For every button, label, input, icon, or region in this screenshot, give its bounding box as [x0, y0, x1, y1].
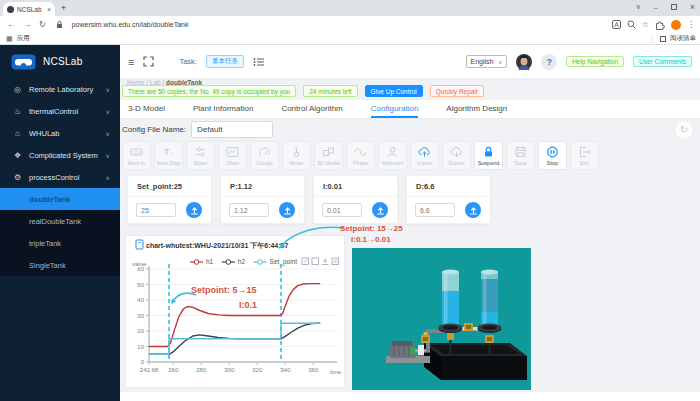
browser-tabstrip: NCSLab × + ∨ – × [0, 0, 700, 16]
help-button[interactable]: ? [541, 54, 557, 70]
window-controls: ∨ – × [636, 2, 695, 12]
param-upload-button[interactable] [372, 202, 388, 218]
import-button[interactable]: Import [410, 141, 439, 170]
toolbox-restore-icon [312, 258, 319, 265]
task-list-icon[interactable] [253, 57, 265, 67]
config-file-name-input[interactable] [191, 121, 273, 138]
bookmarks-bar: ▦ 应用 │ 阅读清单 [0, 33, 700, 45]
sidebar-item-processcontrol[interactable]: ⚙processControl∧ [0, 166, 120, 188]
sidebar-item-thermalcontrol[interactable]: ♨thermalControl∨ [0, 100, 120, 122]
chrome-chevron-icon[interactable]: ∨ [636, 3, 641, 11]
tab-algorithm-design[interactable]: Algorithm Design [446, 100, 507, 118]
refresh-icon[interactable]: ↻ [674, 120, 694, 140]
sidebar-subitem-singletank[interactable]: SingleTank [0, 254, 120, 276]
reload-icon[interactable]: ↻ [39, 20, 46, 29]
param-input[interactable] [136, 203, 176, 217]
sidebar-subitem-doubletank[interactable]: doubleTank [0, 188, 120, 210]
reading-list-button[interactable]: │ 阅读清单 [650, 34, 696, 43]
toolbar-button-label: Phase [353, 160, 369, 166]
brand[interactable]: NCSLab [0, 45, 120, 78]
upload-icon [283, 206, 292, 215]
task-badge[interactable]: 基本任务 [206, 55, 244, 68]
valve-under-left-tank [447, 333, 454, 340]
svg-text:242.68: 242.68 [140, 367, 159, 373]
tab-configuration[interactable]: Configuration [371, 100, 419, 118]
address-bar: ← → ↻ powersim.whu.edu.cn/lab/doubleTank… [0, 16, 700, 33]
ncslab-logo-icon [11, 54, 36, 70]
window-maximize-button[interactable] [671, 4, 677, 10]
sidebar: NCSLab ◎Remote Laboratory∨♨thermalContro… [0, 45, 120, 401]
language-value: English [471, 58, 494, 65]
translate-icon[interactable]: A [612, 20, 621, 29]
help-navigation-button[interactable]: Help Navigation [566, 56, 624, 67]
param-input[interactable] [415, 203, 455, 217]
sidebar-item-remote-laboratory[interactable]: ◎Remote Laboratory∨ [0, 78, 120, 100]
param-input[interactable] [322, 203, 362, 217]
sidebar-item-complicated-system[interactable]: ❖Complicated System∨ [0, 144, 120, 166]
apps-shortcut[interactable]: ▦ 应用 [6, 34, 30, 43]
svg-text:0: 0 [141, 359, 145, 365]
fullscreen-icon[interactable] [143, 56, 154, 67]
chrome-profile-avatar[interactable] [671, 20, 681, 30]
chrome-menu-icon[interactable]: ⋮ [687, 20, 695, 29]
3d-model-viewport[interactable] [352, 248, 531, 390]
param-upload-button[interactable] [279, 202, 295, 218]
new-tab-button[interactable]: + [61, 3, 66, 13]
user-avatar[interactable] [516, 54, 532, 70]
window-close-button[interactable]: × [690, 2, 695, 12]
legend-item: h2 [238, 258, 246, 265]
basin-front [441, 356, 527, 380]
browser-tab[interactable]: NCSLab × [3, 2, 55, 16]
window-minimize-button[interactable]: – [654, 4, 658, 11]
browser-window: NCSLab × + ∨ – × ← → ↻ powersim.whu.edu.… [0, 0, 700, 401]
legend-item: h1 [206, 258, 214, 265]
language-select[interactable]: English ∨ [466, 55, 508, 68]
give-up-control-button[interactable]: Give Up Control [365, 85, 423, 97]
toolbar-button-label: Num Disp [156, 160, 180, 166]
sidebar-item-whulab[interactable]: ⌂WHULab∨ [0, 122, 120, 144]
upload-icon [376, 206, 385, 215]
param-title: Set_point:25 [128, 176, 211, 191]
remote-laboratory-icon: ◎ [12, 85, 23, 94]
param-card-set-point: Set_point:25 [127, 175, 212, 224]
param-input[interactable] [229, 203, 269, 217]
sidebar-subitem-tripletank[interactable]: tripleTank [0, 232, 120, 254]
tab-plant-information[interactable]: Plant Information [193, 100, 253, 118]
forward-icon[interactable]: → [23, 20, 31, 29]
param-upload-button[interactable] [465, 202, 481, 218]
export-icon [450, 146, 463, 159]
chart-icon [226, 146, 239, 159]
exit-icon [578, 146, 591, 159]
bookmark-star-icon[interactable]: ☆ [642, 20, 649, 29]
svg-text:360: 360 [308, 367, 319, 373]
stop-icon [546, 146, 559, 159]
quickly-repair-button[interactable]: Quickly Repair [430, 85, 484, 97]
search-icon[interactable] [627, 20, 636, 29]
param-card-p: P:1.12 [220, 175, 305, 224]
toolbar-button-label: 3D Model [317, 160, 341, 166]
svg-text:t: t [172, 151, 174, 157]
apps-grid-icon: ▦ [6, 35, 13, 43]
collapse-menu-icon[interactable]: ≡ [128, 57, 134, 67]
num-in-icon: 123 [130, 146, 143, 159]
extensions-icon[interactable] [655, 20, 665, 30]
param-upload-button[interactable] [186, 202, 202, 218]
stop-button[interactable]: Stop [538, 141, 567, 170]
tab-3-d-model[interactable]: 3-D Model [128, 100, 165, 118]
suspend-button[interactable]: Suspend [474, 141, 503, 170]
sidebar-item-label: processControl [29, 173, 79, 182]
chevron-up-icon: ∧ [106, 174, 110, 181]
sidebar-subitem-realdoubletank[interactable]: realDoubleTank [0, 210, 120, 232]
phase-icon [354, 146, 367, 159]
url-text[interactable]: powersim.whu.edu.cn/lab/doubleTank [72, 21, 189, 28]
user-comments-button[interactable]: User Comments [633, 56, 692, 67]
import-icon [418, 146, 431, 159]
param-title: P:1.12 [221, 176, 304, 191]
toolbar-button-label: Webcam [382, 160, 404, 166]
tab-control-algorithm[interactable]: Control Algorithm [281, 100, 342, 118]
svg-text:40: 40 [137, 297, 144, 303]
tab-close-icon[interactable]: × [47, 6, 51, 13]
back-icon[interactable]: ← [7, 20, 15, 29]
apps-label: 应用 [17, 34, 30, 43]
page-tabs: 3-D ModelPlant InformationControl Algori… [120, 100, 700, 119]
